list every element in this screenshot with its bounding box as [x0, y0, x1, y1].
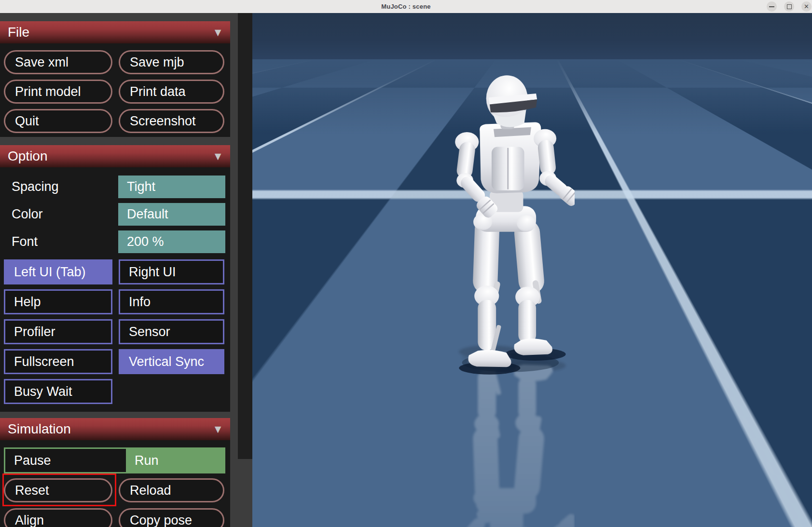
option-section: Option ▼ Spacing Tight Color Default Fon…	[0, 145, 230, 412]
toggle-help[interactable]: Help	[4, 289, 112, 314]
pause-option[interactable]: Pause	[5, 449, 126, 472]
window-controls: ✕	[767, 1, 812, 12]
reset-button-wrapper: Reset	[4, 478, 112, 502]
minimize-icon	[769, 6, 774, 7]
window-title: MuJoCo : scene	[381, 3, 430, 10]
simulation-section-title: Simulation	[8, 421, 212, 437]
panel-scrollbar-track[interactable]	[230, 13, 252, 527]
close-icon: ✕	[804, 3, 809, 10]
app-area: File ▼ Save xml Save mjb Print model Pri…	[0, 13, 812, 527]
left-ui-panel: File ▼ Save xml Save mjb Print model Pri…	[0, 13, 230, 527]
save-xml-button[interactable]: Save xml	[4, 50, 112, 74]
toggle-info[interactable]: Info	[119, 289, 224, 314]
font-value-select[interactable]: 200 %	[118, 230, 225, 253]
file-section-title: File	[8, 25, 212, 40]
simulation-section: Simulation ▼ Pause Run Reset Reload	[0, 418, 230, 527]
align-button[interactable]: Align	[4, 508, 112, 527]
spacing-value-select[interactable]: Tight	[118, 176, 225, 198]
quit-button[interactable]: Quit	[4, 109, 112, 133]
toggle-profiler[interactable]: Profiler	[4, 319, 112, 344]
color-value-select[interactable]: Default	[118, 203, 225, 226]
file-section-header[interactable]: File ▼	[0, 21, 230, 43]
simulation-button-grid: Reset Reload Align Copy pose	[4, 478, 225, 527]
reset-button[interactable]: Reset	[4, 478, 112, 502]
humanoid-robot[interactable]	[451, 74, 575, 380]
3d-viewport[interactable]	[252, 13, 812, 527]
toggle-fullscreen[interactable]: Fullscreen	[4, 349, 112, 374]
spacing-setting: Spacing Tight	[4, 176, 225, 198]
simulation-section-header[interactable]: Simulation ▼	[0, 418, 230, 440]
collapse-triangle-icon[interactable]: ▼	[212, 27, 223, 38]
color-label: Color	[4, 203, 118, 226]
collapse-triangle-icon[interactable]: ▼	[212, 151, 223, 162]
toggle-left-ui[interactable]: Left UI (Tab)	[4, 259, 112, 284]
close-button[interactable]: ✕	[801, 1, 812, 12]
toggle-sensor[interactable]: Sensor	[119, 319, 224, 344]
print-model-button[interactable]: Print model	[4, 80, 112, 104]
option-section-title: Option	[8, 149, 212, 164]
toggle-right-ui[interactable]: Right UI	[119, 259, 224, 284]
toggle-busy-wait[interactable]: Busy Wait	[4, 379, 112, 404]
option-section-body: Spacing Tight Color Default Font 200 % L…	[0, 167, 230, 408]
maximize-icon	[787, 4, 792, 9]
minimize-button[interactable]	[767, 1, 777, 12]
option-section-header[interactable]: Option ▼	[0, 145, 230, 167]
run-option[interactable]: Run	[126, 449, 224, 472]
collapse-triangle-icon[interactable]: ▼	[212, 424, 223, 435]
spacing-label: Spacing	[4, 176, 118, 198]
font-setting: Font 200 %	[4, 230, 225, 253]
simulation-section-body: Pause Run Reset Reload Align Copy pose	[0, 440, 230, 527]
print-data-button[interactable]: Print data	[119, 80, 224, 104]
panel-scrollbar-thumb[interactable]	[238, 13, 252, 459]
title-bar: MuJoCo : scene ✕	[0, 0, 812, 14]
font-label: Font	[4, 230, 118, 253]
save-mjb-button[interactable]: Save mjb	[119, 50, 224, 74]
option-toggle-grid: Left UI (Tab) Right UI Help Info Profile…	[4, 259, 225, 404]
file-section: File ▼ Save xml Save mjb Print model Pri…	[0, 21, 230, 137]
maximize-button[interactable]	[784, 1, 794, 12]
file-section-body: Save xml Save mjb Print model Print data…	[0, 43, 230, 137]
toggle-vertical-sync[interactable]: Vertical Sync	[119, 349, 224, 374]
reload-button[interactable]: Reload	[119, 478, 224, 502]
pause-run-radio: Pause Run	[4, 447, 225, 473]
screenshot-button[interactable]: Screenshot	[119, 109, 224, 133]
copy-pose-button[interactable]: Copy pose	[119, 508, 224, 527]
mujoco-window: MuJoCo : scene ✕ File ▼ Save xml Save mj…	[0, 0, 812, 527]
color-setting: Color Default	[4, 203, 225, 226]
